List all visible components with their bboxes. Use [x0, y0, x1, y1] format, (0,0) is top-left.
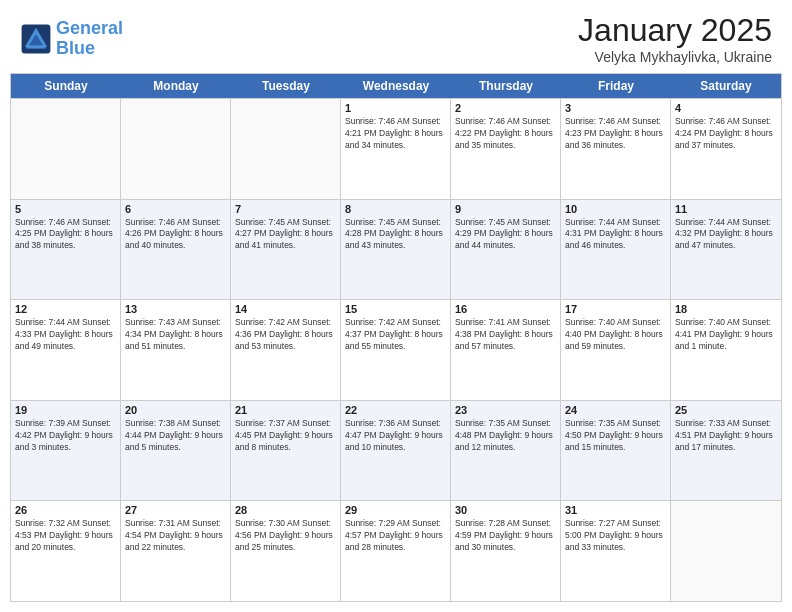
day-info-30: Sunrise: 7:28 AM Sunset: 4:59 PM Dayligh… — [455, 518, 556, 554]
header: General Blue January 2025 Velyka Mykhayl… — [0, 0, 792, 73]
day-number-9: 9 — [455, 203, 556, 215]
week-row-1: 1Sunrise: 7:46 AM Sunset: 4:21 PM Daylig… — [11, 98, 781, 199]
day-cell-11: 11Sunrise: 7:44 AM Sunset: 4:32 PM Dayli… — [671, 200, 781, 300]
logo: General Blue — [20, 19, 123, 59]
day-number-19: 19 — [15, 404, 116, 416]
week-row-3: 12Sunrise: 7:44 AM Sunset: 4:33 PM Dayli… — [11, 299, 781, 400]
day-info-13: Sunrise: 7:43 AM Sunset: 4:34 PM Dayligh… — [125, 317, 226, 353]
day-info-7: Sunrise: 7:45 AM Sunset: 4:27 PM Dayligh… — [235, 217, 336, 253]
day-cell-19: 19Sunrise: 7:39 AM Sunset: 4:42 PM Dayli… — [11, 401, 121, 501]
day-number-3: 3 — [565, 102, 666, 114]
day-number-26: 26 — [15, 504, 116, 516]
day-info-17: Sunrise: 7:40 AM Sunset: 4:40 PM Dayligh… — [565, 317, 666, 353]
day-cell-2: 2Sunrise: 7:46 AM Sunset: 4:22 PM Daylig… — [451, 99, 561, 199]
day-info-8: Sunrise: 7:45 AM Sunset: 4:28 PM Dayligh… — [345, 217, 446, 253]
day-number-25: 25 — [675, 404, 777, 416]
calendar-body: 1Sunrise: 7:46 AM Sunset: 4:21 PM Daylig… — [11, 98, 781, 601]
day-number-29: 29 — [345, 504, 446, 516]
day-cell-empty — [671, 501, 781, 601]
day-number-21: 21 — [235, 404, 336, 416]
day-cell-18: 18Sunrise: 7:40 AM Sunset: 4:41 PM Dayli… — [671, 300, 781, 400]
day-cell-6: 6Sunrise: 7:46 AM Sunset: 4:26 PM Daylig… — [121, 200, 231, 300]
day-info-2: Sunrise: 7:46 AM Sunset: 4:22 PM Dayligh… — [455, 116, 556, 152]
day-cell-27: 27Sunrise: 7:31 AM Sunset: 4:54 PM Dayli… — [121, 501, 231, 601]
day-info-4: Sunrise: 7:46 AM Sunset: 4:24 PM Dayligh… — [675, 116, 777, 152]
day-cell-22: 22Sunrise: 7:36 AM Sunset: 4:47 PM Dayli… — [341, 401, 451, 501]
day-info-1: Sunrise: 7:46 AM Sunset: 4:21 PM Dayligh… — [345, 116, 446, 152]
day-number-10: 10 — [565, 203, 666, 215]
day-info-3: Sunrise: 7:46 AM Sunset: 4:23 PM Dayligh… — [565, 116, 666, 152]
day-info-25: Sunrise: 7:33 AM Sunset: 4:51 PM Dayligh… — [675, 418, 777, 454]
day-number-6: 6 — [125, 203, 226, 215]
logo-line2: Blue — [56, 38, 95, 58]
day-number-28: 28 — [235, 504, 336, 516]
day-number-20: 20 — [125, 404, 226, 416]
day-number-8: 8 — [345, 203, 446, 215]
day-cell-23: 23Sunrise: 7:35 AM Sunset: 4:48 PM Dayli… — [451, 401, 561, 501]
day-cell-empty — [231, 99, 341, 199]
calendar-header: Sunday Monday Tuesday Wednesday Thursday… — [11, 74, 781, 98]
day-info-28: Sunrise: 7:30 AM Sunset: 4:56 PM Dayligh… — [235, 518, 336, 554]
day-info-26: Sunrise: 7:32 AM Sunset: 4:53 PM Dayligh… — [15, 518, 116, 554]
day-cell-21: 21Sunrise: 7:37 AM Sunset: 4:45 PM Dayli… — [231, 401, 341, 501]
title-block: January 2025 Velyka Mykhaylivka, Ukraine — [578, 12, 772, 65]
week-row-4: 19Sunrise: 7:39 AM Sunset: 4:42 PM Dayli… — [11, 400, 781, 501]
day-cell-3: 3Sunrise: 7:46 AM Sunset: 4:23 PM Daylig… — [561, 99, 671, 199]
day-info-15: Sunrise: 7:42 AM Sunset: 4:37 PM Dayligh… — [345, 317, 446, 353]
day-cell-17: 17Sunrise: 7:40 AM Sunset: 4:40 PM Dayli… — [561, 300, 671, 400]
day-cell-24: 24Sunrise: 7:35 AM Sunset: 4:50 PM Dayli… — [561, 401, 671, 501]
day-cell-28: 28Sunrise: 7:30 AM Sunset: 4:56 PM Dayli… — [231, 501, 341, 601]
day-number-11: 11 — [675, 203, 777, 215]
day-info-6: Sunrise: 7:46 AM Sunset: 4:26 PM Dayligh… — [125, 217, 226, 253]
page: General Blue January 2025 Velyka Mykhayl… — [0, 0, 792, 612]
day-info-12: Sunrise: 7:44 AM Sunset: 4:33 PM Dayligh… — [15, 317, 116, 353]
day-cell-16: 16Sunrise: 7:41 AM Sunset: 4:38 PM Dayli… — [451, 300, 561, 400]
calendar: Sunday Monday Tuesday Wednesday Thursday… — [10, 73, 782, 602]
logo-line1: General — [56, 18, 123, 38]
day-cell-29: 29Sunrise: 7:29 AM Sunset: 4:57 PM Dayli… — [341, 501, 451, 601]
day-cell-10: 10Sunrise: 7:44 AM Sunset: 4:31 PM Dayli… — [561, 200, 671, 300]
day-number-30: 30 — [455, 504, 556, 516]
day-info-20: Sunrise: 7:38 AM Sunset: 4:44 PM Dayligh… — [125, 418, 226, 454]
day-info-21: Sunrise: 7:37 AM Sunset: 4:45 PM Dayligh… — [235, 418, 336, 454]
day-info-27: Sunrise: 7:31 AM Sunset: 4:54 PM Dayligh… — [125, 518, 226, 554]
day-cell-14: 14Sunrise: 7:42 AM Sunset: 4:36 PM Dayli… — [231, 300, 341, 400]
day-number-2: 2 — [455, 102, 556, 114]
day-number-12: 12 — [15, 303, 116, 315]
day-info-23: Sunrise: 7:35 AM Sunset: 4:48 PM Dayligh… — [455, 418, 556, 454]
day-cell-12: 12Sunrise: 7:44 AM Sunset: 4:33 PM Dayli… — [11, 300, 121, 400]
day-info-19: Sunrise: 7:39 AM Sunset: 4:42 PM Dayligh… — [15, 418, 116, 454]
day-cell-5: 5Sunrise: 7:46 AM Sunset: 4:25 PM Daylig… — [11, 200, 121, 300]
day-number-15: 15 — [345, 303, 446, 315]
header-thursday: Thursday — [451, 74, 561, 98]
svg-rect-3 — [26, 45, 45, 48]
day-cell-15: 15Sunrise: 7:42 AM Sunset: 4:37 PM Dayli… — [341, 300, 451, 400]
day-cell-26: 26Sunrise: 7:32 AM Sunset: 4:53 PM Dayli… — [11, 501, 121, 601]
day-number-27: 27 — [125, 504, 226, 516]
day-number-4: 4 — [675, 102, 777, 114]
day-number-7: 7 — [235, 203, 336, 215]
day-number-5: 5 — [15, 203, 116, 215]
day-info-29: Sunrise: 7:29 AM Sunset: 4:57 PM Dayligh… — [345, 518, 446, 554]
day-info-18: Sunrise: 7:40 AM Sunset: 4:41 PM Dayligh… — [675, 317, 777, 353]
day-number-22: 22 — [345, 404, 446, 416]
day-number-1: 1 — [345, 102, 446, 114]
header-saturday: Saturday — [671, 74, 781, 98]
day-cell-empty — [11, 99, 121, 199]
day-info-16: Sunrise: 7:41 AM Sunset: 4:38 PM Dayligh… — [455, 317, 556, 353]
day-cell-30: 30Sunrise: 7:28 AM Sunset: 4:59 PM Dayli… — [451, 501, 561, 601]
day-number-23: 23 — [455, 404, 556, 416]
header-sunday: Sunday — [11, 74, 121, 98]
day-info-22: Sunrise: 7:36 AM Sunset: 4:47 PM Dayligh… — [345, 418, 446, 454]
day-number-31: 31 — [565, 504, 666, 516]
week-row-5: 26Sunrise: 7:32 AM Sunset: 4:53 PM Dayli… — [11, 500, 781, 601]
day-number-18: 18 — [675, 303, 777, 315]
header-friday: Friday — [561, 74, 671, 98]
day-cell-8: 8Sunrise: 7:45 AM Sunset: 4:28 PM Daylig… — [341, 200, 451, 300]
header-wednesday: Wednesday — [341, 74, 451, 98]
day-cell-9: 9Sunrise: 7:45 AM Sunset: 4:29 PM Daylig… — [451, 200, 561, 300]
logo-text: General Blue — [56, 19, 123, 59]
day-cell-7: 7Sunrise: 7:45 AM Sunset: 4:27 PM Daylig… — [231, 200, 341, 300]
day-cell-25: 25Sunrise: 7:33 AM Sunset: 4:51 PM Dayli… — [671, 401, 781, 501]
day-cell-20: 20Sunrise: 7:38 AM Sunset: 4:44 PM Dayli… — [121, 401, 231, 501]
